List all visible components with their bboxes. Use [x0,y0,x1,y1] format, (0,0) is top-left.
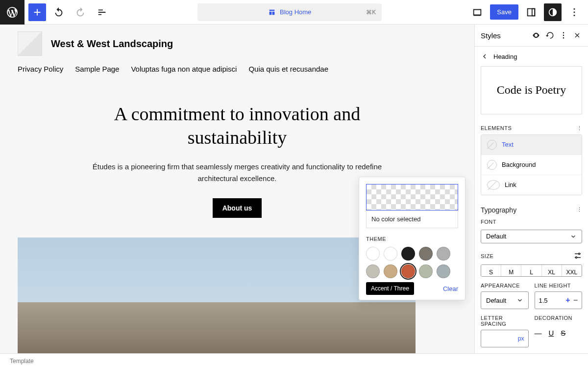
element-link[interactable]: Link [481,175,582,195]
appearance-select[interactable]: Default [481,291,529,309]
lineheight-label: LINE HEIGHT [535,283,583,291]
revisions-icon[interactable] [545,30,555,40]
size-s[interactable]: S [481,265,501,276]
letterspacing-input[interactable]: px [481,330,529,347]
command-shortcut: ⌘K [366,9,376,16]
decoration-label: DECORATION [535,315,583,324]
svg-point-7 [563,35,564,36]
add-block-button[interactable] [28,3,46,21]
decoration-none[interactable]: — [535,329,542,337]
letterspacing-label: LETTER SPACING [481,315,529,330]
color-swatch[interactable] [419,264,433,278]
svg-point-3 [574,8,575,10]
color-swatch[interactable] [366,247,380,261]
svg-rect-1 [532,8,535,16]
custom-size-icon[interactable] [573,251,582,262]
svg-rect-0 [528,8,535,16]
color-swatch[interactable] [384,264,397,278]
element-text[interactable]: Text [481,135,582,155]
hero-paragraph[interactable]: Études is a pioneering firm that seamles… [80,161,394,184]
theme-swatch-grid: Accent / Three [366,247,458,278]
layout-icon [268,8,276,16]
size-buttons: S M L XL XXL [481,264,582,277]
wordpress-logo[interactable] [0,0,24,25]
elements-more-icon[interactable]: ⋮ [577,125,583,131]
inspector-breadcrumb[interactable]: Heading [475,47,588,66]
color-swatch[interactable] [437,247,450,261]
size-xxl[interactable]: XXL [562,265,582,276]
decoration-underline[interactable]: U [549,329,554,337]
chevron-left-icon [481,53,489,60]
typography-preview: Code is Poetry [481,66,582,114]
settings-sidebar-toggle[interactable] [522,3,540,21]
decoration-strikethrough[interactable]: S [561,329,565,337]
clear-color-button[interactable]: Clear [443,285,458,292]
lineheight-input[interactable]: 1.5 +− [535,291,583,309]
nav-item[interactable]: Privacy Policy [18,65,63,73]
document-title: Blog Home [280,8,311,16]
document-title-bar[interactable]: Blog Home ⌘K [197,3,382,21]
typography-more-icon[interactable]: ⋮ [577,207,583,213]
color-swatch[interactable] [366,264,380,278]
color-swatch[interactable] [437,264,450,278]
hero-heading[interactable]: A commitment to innovation and sustainab… [80,103,394,149]
swatch-tooltip: Accent / Three [366,282,414,295]
size-l[interactable]: L [521,265,541,276]
svg-point-8 [563,37,564,38]
svg-point-6 [563,32,564,33]
save-button[interactable]: Save [490,4,518,20]
color-swatch[interactable] [401,247,415,261]
style-book-icon[interactable] [531,30,541,40]
svg-point-9 [579,253,580,255]
size-m[interactable]: M [501,265,521,276]
nav-item[interactable]: Sample Page [75,65,119,73]
editor-canvas[interactable]: West & West Landscaping Privacy Policy S… [0,25,474,353]
element-background[interactable]: Background [481,155,582,175]
decrement-button[interactable]: − [573,296,578,305]
size-xl[interactable]: XL [542,265,562,276]
about-us-button[interactable]: About us [213,198,262,218]
color-swatch[interactable] [384,247,397,261]
undo-button[interactable] [50,3,68,21]
document-overview-button[interactable] [93,3,111,21]
nav-item[interactable]: Voluptas fuga non atque adipisci [131,65,237,73]
increment-button[interactable]: + [565,296,570,305]
footer-template-label[interactable]: Template [10,358,34,365]
color-picker-popover: No color selected THEME Accent / Three C… [359,177,466,300]
styles-inspector: Styles Heading Code is Poetry ELEMENTS ⋮… [474,25,588,353]
svg-point-10 [576,257,577,258]
site-title[interactable]: West & West Landscaping [51,38,173,50]
color-swatch[interactable] [401,264,415,278]
hero-image[interactable] [18,237,416,353]
redo-button[interactable] [72,3,89,21]
site-navigation[interactable]: Privacy Policy Sample Page Voluptas fuga… [18,65,457,73]
chevron-down-icon [516,297,523,304]
styles-toggle[interactable] [544,3,562,21]
chevron-down-icon [570,233,577,240]
no-color-label: No color selected [366,210,458,228]
color-preview[interactable] [366,184,458,210]
svg-point-4 [574,11,575,13]
options-menu-button[interactable] [565,3,583,21]
view-button[interactable] [468,3,486,21]
font-label: FONT [475,217,588,227]
appearance-label: APPEARANCE [481,283,529,291]
inspector-more-icon[interactable] [559,30,568,40]
elements-section-label: ELEMENTS [481,125,512,131]
nav-item[interactable]: Quia quis et recusandae [248,65,328,73]
typography-section-label: Typography [481,206,516,214]
inspector-title: Styles [481,31,527,40]
theme-colors-label: THEME [366,236,458,242]
breadcrumb-label: Heading [493,53,517,60]
site-logo-placeholder[interactable] [18,31,42,56]
close-inspector-icon[interactable] [572,30,582,40]
size-label: SIZE [481,253,493,259]
font-select[interactable]: Default [481,230,582,243]
svg-point-5 [574,14,575,16]
color-swatch[interactable] [419,247,433,261]
